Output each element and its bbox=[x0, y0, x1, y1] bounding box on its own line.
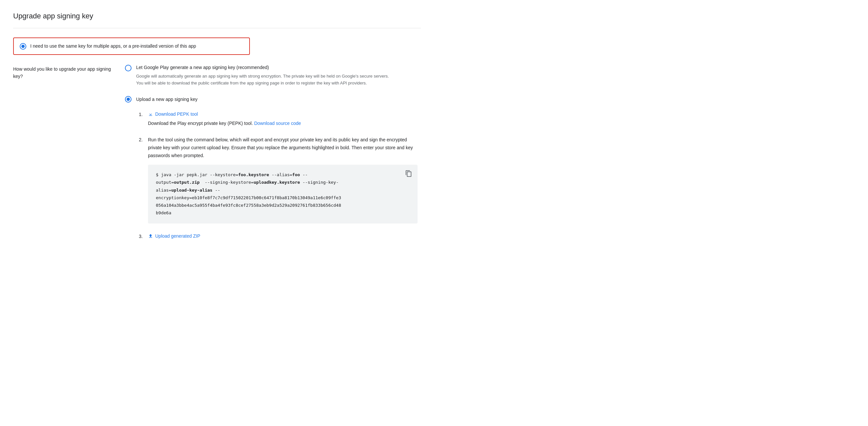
step-1-content: Download PEPK tool Download the Play enc… bbox=[148, 111, 421, 127]
download-icon bbox=[148, 111, 153, 117]
top-radio-option[interactable]: I need to use the same key for multiple … bbox=[13, 37, 250, 55]
step-1-number: 1. bbox=[136, 111, 143, 127]
copy-icon[interactable] bbox=[405, 170, 412, 177]
upload-icon bbox=[148, 233, 153, 239]
left-column: How would you like to upgrade your app s… bbox=[13, 64, 112, 251]
upload-new-section: Upload a new app signing key 1. Download bbox=[125, 96, 421, 241]
code-content: $ java -jar pepk.jar --keystore=foo.keys… bbox=[156, 172, 341, 215]
step-2: 2. Run the tool using the command below,… bbox=[136, 136, 421, 224]
download-source-code-link[interactable]: Download source code bbox=[254, 121, 301, 126]
step-3-content: Upload generated ZIP bbox=[148, 233, 421, 241]
code-block: $ java -jar pepk.jar --keystore=foo.keys… bbox=[148, 165, 417, 224]
page-title: Upgrade app signing key bbox=[13, 10, 421, 21]
step-2-desc: Run the tool using the command below, wh… bbox=[148, 136, 417, 159]
google-generate-desc: Google will automatically generate an ap… bbox=[136, 73, 393, 87]
step-2-content: Run the tool using the command below, wh… bbox=[148, 136, 421, 224]
step-3-number: 3. bbox=[136, 233, 143, 241]
google-generate-content: Let Google Play generate a new app signi… bbox=[136, 64, 393, 87]
step-1: 1. Download PEPK tool Download the Play … bbox=[136, 111, 421, 127]
upgrade-question-label: How would you like to upgrade your app s… bbox=[13, 65, 112, 80]
upload-new-radio bbox=[125, 96, 131, 103]
steps-container: 1. Download PEPK tool Download the Play … bbox=[136, 111, 421, 241]
top-radio-circle bbox=[20, 43, 26, 50]
upload-new-header[interactable]: Upload a new app signing key bbox=[125, 96, 421, 103]
option-google-generate[interactable]: Let Google Play generate a new app signi… bbox=[125, 64, 421, 87]
download-pepk-link[interactable]: Download PEPK tool bbox=[148, 111, 421, 118]
main-layout: How would you like to upgrade your app s… bbox=[13, 64, 421, 251]
right-column: Let Google Play generate a new app signi… bbox=[125, 64, 421, 251]
upload-zip-link[interactable]: Upload generated ZIP bbox=[148, 233, 421, 240]
top-radio-label: I need to use the same key for multiple … bbox=[30, 43, 196, 50]
divider bbox=[13, 28, 421, 28]
google-generate-radio bbox=[125, 65, 131, 71]
upload-new-label: Upload a new app signing key bbox=[136, 96, 197, 103]
step-1-desc: Download the Play encrypt private key (P… bbox=[148, 120, 421, 127]
step-2-number: 2. bbox=[136, 136, 143, 224]
google-generate-label: Let Google Play generate a new app signi… bbox=[136, 64, 393, 71]
step-3: 3. Upload generated ZIP bbox=[136, 233, 421, 241]
